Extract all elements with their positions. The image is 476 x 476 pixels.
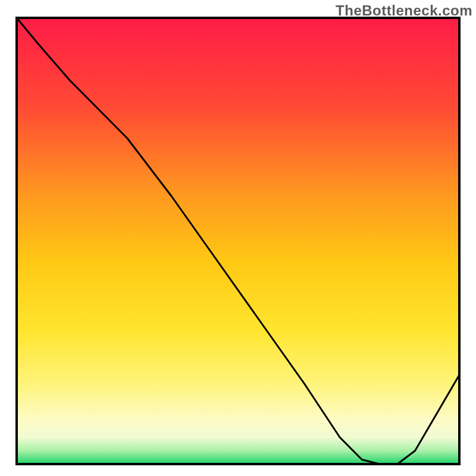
bottleneck-chart bbox=[0, 0, 476, 476]
watermark: TheBottleneck.com bbox=[336, 2, 472, 19]
chart-wrapper: TheBottleneck.com bbox=[0, 0, 476, 476]
plot-background bbox=[17, 18, 459, 464]
